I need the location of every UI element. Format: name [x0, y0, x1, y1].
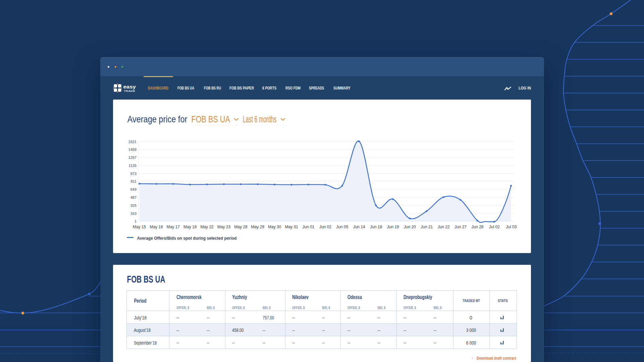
svg-text:Jun 28: Jun 28 — [471, 225, 483, 229]
svg-text:May 31: May 31 — [285, 225, 298, 229]
svg-text:325: 325 — [130, 203, 137, 207]
svg-text:Jun 22: Jun 22 — [438, 225, 450, 229]
svg-text:811: 811 — [130, 179, 137, 183]
svg-text:487: 487 — [130, 195, 137, 199]
svg-text:1297: 1297 — [128, 156, 137, 160]
svg-text:Jun 05: Jun 05 — [336, 225, 348, 229]
svg-text:1459: 1459 — [128, 147, 137, 152]
svg-text:May 29: May 29 — [251, 225, 265, 229]
svg-text:1135: 1135 — [128, 164, 137, 168]
svg-text:Jun 01: Jun 01 — [302, 225, 314, 229]
svg-text:May 18: May 18 — [183, 225, 197, 229]
svg-text:Jun 27: Jun 27 — [454, 225, 467, 229]
svg-text:May 28: May 28 — [234, 225, 248, 229]
svg-text:Jun 14: Jun 14 — [353, 225, 365, 229]
svg-text:1: 1 — [135, 219, 137, 223]
svg-text:163: 163 — [130, 212, 137, 216]
svg-text:May 30: May 30 — [268, 225, 281, 229]
svg-text:Jun 21: Jun 21 — [421, 225, 433, 229]
svg-text:1621: 1621 — [128, 140, 137, 144]
svg-text:May 17: May 17 — [167, 225, 180, 229]
svg-text:Jul 02: Jul 02 — [489, 225, 500, 229]
svg-text:May 15: May 15 — [133, 225, 146, 229]
svg-text:Jul 03: Jul 03 — [506, 225, 517, 229]
svg-text:Jun 18: Jun 18 — [370, 225, 382, 229]
svg-text:Jun 19: Jun 19 — [387, 225, 399, 229]
svg-text:May 16: May 16 — [150, 225, 163, 229]
svg-text:649: 649 — [130, 187, 137, 191]
svg-text:Jun 20: Jun 20 — [404, 225, 416, 229]
svg-text:973: 973 — [130, 172, 137, 176]
svg-text:Jun 02: Jun 02 — [319, 225, 331, 229]
svg-text:May 23: May 23 — [217, 225, 231, 229]
svg-text:May 22: May 22 — [200, 225, 214, 229]
